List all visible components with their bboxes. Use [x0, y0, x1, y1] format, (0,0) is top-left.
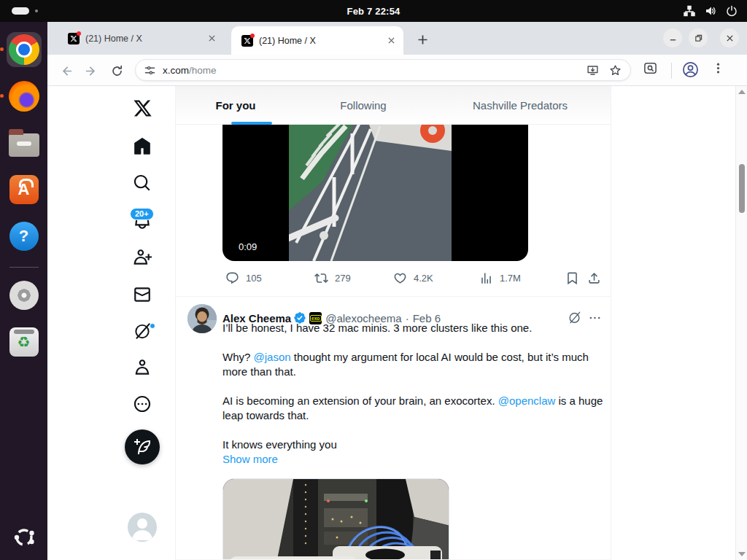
tab-nashville-predators[interactable]: Nashville Predators: [462, 86, 578, 125]
help-icon: ?: [9, 222, 39, 251]
post-paragraph: AI is becoming an extension of your brai…: [222, 394, 603, 423]
window-close-button[interactable]: [720, 28, 739, 47]
system-clock[interactable]: Feb 7 22:54: [0, 0, 747, 22]
share-icon: [587, 271, 601, 285]
tab-title: (21) Home / X: [85, 34, 205, 44]
tab-following[interactable]: Following: [320, 86, 407, 125]
reply-icon: [225, 271, 239, 285]
post-paragraph: It knows everything you Show more: [222, 438, 603, 467]
profile-avatar-icon[interactable]: [682, 61, 699, 78]
x-logo[interactable]: [133, 98, 152, 118]
address-bar[interactable]: x.com/home: [135, 59, 631, 81]
home-icon[interactable]: [133, 137, 152, 156]
url-path: /home: [189, 65, 217, 76]
browser-toolbar: x.com/home: [47, 55, 747, 86]
scroll-up-icon[interactable]: [738, 89, 746, 95]
dock-disk[interactable]: [7, 278, 42, 313]
compose-post-button[interactable]: [125, 429, 160, 464]
like-heart-icon: [393, 271, 407, 285]
compose-feather-icon: [133, 438, 151, 456]
show-apps-button[interactable]: [13, 526, 35, 548]
views-count: 1.7M: [500, 273, 521, 284]
app-center-icon: A: [9, 175, 39, 204]
x-home-page: 20+: [47, 86, 747, 560]
bookmark-icon: [565, 271, 579, 285]
bookmark-button[interactable]: [565, 271, 586, 285]
site-settings-icon[interactable]: [144, 65, 155, 76]
network-icon[interactable]: [684, 5, 695, 17]
page-scrollbar[interactable]: [735, 86, 747, 560]
volume-icon[interactable]: [705, 5, 716, 17]
scroll-down-icon[interactable]: [738, 551, 746, 557]
dock: A ? ♻: [0, 22, 47, 560]
post-author-avatar[interactable]: [187, 304, 217, 333]
disk-icon: [9, 281, 39, 310]
reply-button[interactable]: 105: [225, 271, 262, 285]
install-app-icon[interactable]: [587, 64, 599, 77]
grok-icon[interactable]: [133, 322, 152, 341]
dock-help[interactable]: ?: [7, 219, 42, 254]
feed-header: For you Following Nashville Predators: [176, 86, 611, 125]
like-button[interactable]: 4.2K: [393, 271, 433, 285]
engagement-bar: 105 279 4.2K 1.7M: [176, 261, 611, 296]
dock-trash[interactable]: ♻: [7, 324, 42, 359]
tab-close-icon[interactable]: [384, 34, 398, 47]
dock-chrome[interactable]: [7, 32, 42, 67]
mention-link[interactable]: @jason: [254, 351, 291, 363]
browser-menu-icon[interactable]: [712, 61, 724, 75]
follow-add-person-icon[interactable]: [133, 248, 152, 267]
grok-new-dot: [150, 323, 155, 329]
system-top-bar: Feb 7 22:54: [0, 0, 747, 22]
tab-close-icon[interactable]: [205, 32, 218, 45]
views-button[interactable]: 1.7M: [479, 271, 521, 285]
tab-for-you[interactable]: For you: [192, 86, 279, 125]
post-paragraph: I’ll be honest, I have 32 mac minis. 3 m…: [222, 321, 603, 335]
window-minimize-button[interactable]: [663, 28, 682, 47]
messages-icon[interactable]: [133, 285, 152, 304]
browser-tab-2-active[interactable]: (21) Home / X: [231, 26, 403, 55]
active-tab-underline: [231, 122, 272, 125]
power-icon[interactable]: [726, 5, 738, 17]
dock-firefox[interactable]: [7, 79, 42, 114]
post-image-mac-mini-cluster[interactable]: [222, 478, 449, 560]
search-icon[interactable]: [133, 174, 152, 192]
ubuntu-icon: [13, 526, 35, 548]
search-panel-icon[interactable]: [643, 61, 657, 75]
dock-app-center[interactable]: A: [7, 172, 42, 207]
notification-dot: [250, 34, 255, 38]
window-restore-button[interactable]: [689, 28, 708, 47]
toolbar-divider: [671, 63, 672, 79]
views-chart-icon: [479, 271, 493, 285]
post-divider: [176, 296, 611, 297]
show-more-link[interactable]: Show more: [222, 453, 278, 465]
share-button[interactable]: [587, 271, 608, 285]
repost-button[interactable]: 279: [314, 271, 351, 285]
reload-button[interactable]: [106, 60, 128, 82]
video-player[interactable]: 0:09: [222, 125, 528, 261]
dock-separator: [9, 267, 39, 268]
back-button[interactable]: [55, 60, 77, 82]
trash-icon: ♻: [9, 327, 39, 357]
mention-link[interactable]: @openclaw: [498, 394, 556, 407]
timeline-column: For you Following Nashville Predators: [175, 86, 611, 560]
running-indicator: [0, 94, 4, 98]
new-tab-button[interactable]: [412, 29, 433, 50]
video-frame-ship-deck: [289, 125, 452, 261]
dock-files[interactable]: [7, 125, 42, 160]
video-timestamp: 0:09: [234, 241, 261, 253]
repost-count: 279: [335, 273, 351, 284]
browser-tab-1[interactable]: (21) Home / X: [58, 25, 224, 52]
chrome-icon: [9, 34, 39, 65]
x-favicon: [68, 33, 80, 44]
browser-tab-strip: (21) Home / X (21) Home / X: [47, 22, 747, 55]
more-circle-icon[interactable]: [133, 394, 152, 413]
like-count: 4.2K: [414, 273, 433, 284]
x-favicon: [241, 35, 253, 47]
scrollbar-thumb[interactable]: [739, 164, 745, 213]
repost-icon: [314, 271, 328, 285]
account-avatar[interactable]: [128, 513, 157, 542]
tab-title: (21) Home / X: [259, 36, 384, 46]
profile-icon[interactable]: [133, 358, 152, 377]
bookmark-star-icon[interactable]: [609, 64, 622, 77]
forward-button[interactable]: [80, 60, 102, 82]
